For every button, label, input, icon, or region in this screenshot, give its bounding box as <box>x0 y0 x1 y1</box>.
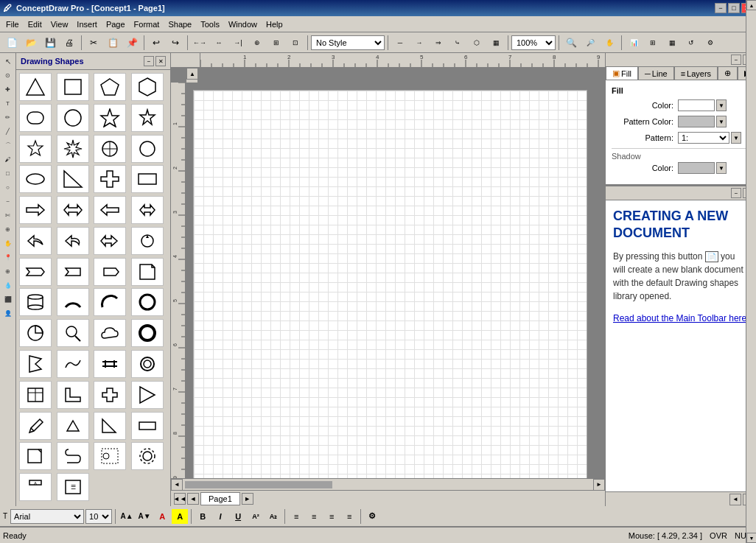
pattern-color-dropdown[interactable]: ▼ <box>716 116 727 127</box>
font-large-btn[interactable]: A▲ <box>119 509 135 524</box>
cut-button[interactable]: ✂ <box>85 35 102 51</box>
shape-dumbbell[interactable] <box>94 350 126 378</box>
props-tab-extra[interactable]: ⊕ <box>718 66 738 80</box>
menu-view[interactable]: View <box>46 18 73 30</box>
hand-tool[interactable]: ✋ <box>1 237 15 250</box>
fill-color-swatch[interactable] <box>678 99 715 111</box>
shape-icon1[interactable]: A <box>19 473 52 501</box>
shape-table[interactable] <box>19 381 52 409</box>
shape-rect-plain[interactable] <box>131 165 164 193</box>
eyedrop-tool[interactable]: 💧 <box>1 278 15 292</box>
style-dropdown[interactable]: No Style <box>311 35 385 50</box>
line-style-btn[interactable]: ─ <box>391 35 409 51</box>
shape-t-shape[interactable] <box>94 381 126 409</box>
shape-hexagon[interactable] <box>131 73 164 101</box>
page-nav-first[interactable]: ◄◄ <box>174 493 186 505</box>
pin-tool[interactable]: 📍 <box>1 251 15 264</box>
shape-arrow-curved[interactable] <box>19 227 52 255</box>
shape-style-btn[interactable]: ⬡ <box>468 35 486 51</box>
shape-gear[interactable] <box>131 442 164 470</box>
shape-cloud[interactable] <box>94 319 126 347</box>
font-small-btn[interactable]: A▼ <box>136 509 153 524</box>
menu-shape[interactable]: Shape <box>164 18 196 30</box>
shape-right-angle[interactable] <box>94 412 126 440</box>
shape-arc[interactable] <box>94 288 126 316</box>
pattern-dropdown-arrow[interactable]: ▼ <box>731 132 741 144</box>
drawing-canvas[interactable] <box>193 90 587 478</box>
canvas-scroll[interactable] <box>186 83 605 478</box>
shape-arrow-double[interactable] <box>57 196 89 224</box>
menu-help[interactable]: Help <box>262 18 287 30</box>
shadow-color-swatch[interactable] <box>678 162 715 174</box>
font-highlight-btn[interactable]: A <box>172 509 188 524</box>
arrow-style-btn[interactable]: → <box>410 35 428 51</box>
shape-chevron-left[interactable] <box>94 258 126 286</box>
shape-pie[interactable] <box>19 319 52 347</box>
help-link[interactable]: Read about the Main Toolbar here <box>613 313 746 323</box>
shape-ring[interactable] <box>131 288 164 316</box>
zoom-in-button[interactable]: ←→ <box>191 35 209 51</box>
shape-arrow-bidirectional[interactable] <box>131 196 164 224</box>
scroll-right-btn[interactable]: ► <box>593 479 605 491</box>
shape-note[interactable] <box>131 258 164 286</box>
pattern-select[interactable]: 1: 2: 3: <box>678 132 729 144</box>
shape-icon2[interactable]: ☰ <box>57 473 89 501</box>
zoom-dropdown[interactable]: 100% 75% 50% 150% <box>511 35 556 50</box>
shadow-color-dropdown[interactable]: ▼ <box>716 162 727 174</box>
italic-btn[interactable]: I <box>212 509 228 524</box>
h-scrollbar[interactable]: ◄ ► <box>171 478 605 490</box>
shape-magnify[interactable] <box>57 319 89 347</box>
page-nav-prev[interactable]: ◄ <box>187 493 199 505</box>
help-nav-prev[interactable]: ◄ <box>729 494 741 505</box>
align-center-text-btn[interactable]: ≡ <box>306 509 322 524</box>
connect-tool[interactable]: ✚ <box>1 83 15 96</box>
shape-flag[interactable] <box>19 350 52 378</box>
arrow-end-btn[interactable]: ⇒ <box>430 35 447 51</box>
save-button[interactable]: 💾 <box>41 35 59 51</box>
group-button[interactable]: ⊡ <box>287 35 304 51</box>
line-tool[interactable]: ╱ <box>1 125 15 138</box>
props-tab-fill[interactable]: ▣ Fill <box>606 66 638 80</box>
shape-l-shape[interactable] <box>57 381 89 409</box>
shape-arrow-circle[interactable] <box>131 227 164 255</box>
shape-star6-outline[interactable] <box>19 135 52 163</box>
redo-button[interactable]: ↪ <box>167 35 184 51</box>
rect-tool[interactable]: □ <box>1 167 15 180</box>
tools-btn[interactable]: ⚙ <box>701 35 719 51</box>
shape-star5[interactable] <box>131 104 164 132</box>
shape-circle-ring[interactable] <box>131 319 164 347</box>
shape-star4[interactable] <box>94 104 126 132</box>
shape-arrow-right[interactable] <box>19 196 52 224</box>
align-left-text-btn[interactable]: ≡ <box>288 509 304 524</box>
shape-cross[interactable] <box>94 165 126 193</box>
shape-circle-plain[interactable] <box>131 135 164 163</box>
user-tool[interactable]: 👤 <box>1 306 15 320</box>
lasso-tool[interactable]: ⊙ <box>1 69 15 82</box>
grid-btn[interactable]: ▦ <box>663 35 681 51</box>
pan-btn[interactable]: ✋ <box>601 35 618 51</box>
select-tool[interactable]: ↖ <box>1 55 15 68</box>
bezier-tool[interactable]: ~ <box>1 195 15 208</box>
zoom-tool[interactable]: ⊕ <box>1 223 15 236</box>
open-button[interactable]: 📂 <box>22 35 40 51</box>
shape-scroll[interactable] <box>57 442 89 470</box>
shapes-minimize-btn[interactable]: − <box>144 56 154 66</box>
menu-window[interactable]: Window <box>224 18 262 30</box>
shape-thin-rect[interactable] <box>131 412 164 440</box>
align-center-button[interactable]: ⊕ <box>248 35 266 51</box>
paste-button[interactable]: 📌 <box>123 35 141 51</box>
shape-small-triangle[interactable] <box>57 412 89 440</box>
shape-pencil[interactable] <box>19 412 52 440</box>
fill-style-btn[interactable]: ▦ <box>487 35 505 51</box>
shape-square[interactable] <box>57 73 89 101</box>
refresh-btn[interactable]: ↺ <box>682 35 700 51</box>
pattern-color-swatch[interactable] <box>678 116 715 127</box>
crop-tool[interactable]: ✄ <box>1 209 15 222</box>
table-btn[interactable]: ⊞ <box>644 35 662 51</box>
font-select[interactable]: Arial Times New Roman Courier New <box>10 509 84 524</box>
underline-btn[interactable]: U <box>230 509 246 524</box>
chart-btn[interactable]: 📊 <box>625 35 643 51</box>
measure-tool[interactable]: ⊕ <box>1 265 15 278</box>
new-button[interactable]: 📄 <box>3 35 21 51</box>
menu-edit[interactable]: Edit <box>24 18 46 30</box>
